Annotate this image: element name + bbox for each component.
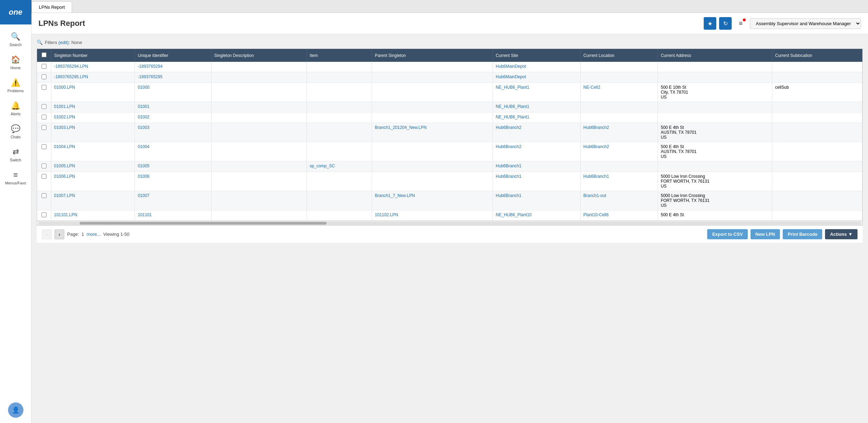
table-header-row: Singleton Number Unique Identifier Singl…	[37, 49, 862, 62]
current-sublocation-cell: cellSub	[772, 83, 862, 102]
unique-identifier-cell-link[interactable]: -1893765294	[138, 64, 163, 69]
current-location-cell-link[interactable]: Hub6Branch1	[583, 174, 609, 179]
select-all-checkbox[interactable]	[42, 52, 46, 57]
singleton-number-cell-link[interactable]: 01002.LPN	[54, 115, 75, 119]
sidebar-item-chats[interactable]: 💬 Chats	[0, 120, 31, 143]
singleton-number-cell-link[interactable]: 01000.LPN	[54, 85, 75, 90]
unique-identifier-cell: 01003	[135, 123, 211, 142]
sidebar-item-problems[interactable]: ⚠️ Problems	[0, 74, 31, 97]
unique-identifier-cell-link[interactable]: 01004	[138, 144, 149, 149]
avatar[interactable]: 👤	[8, 402, 23, 418]
unique-identifier-cell-link[interactable]: 01000	[138, 85, 149, 90]
current-location-cell: Branch1-out	[580, 191, 658, 210]
singleton-number-cell-link[interactable]: 01007.LPN	[54, 193, 75, 198]
singleton-number-cell: 01004.LPN	[51, 142, 135, 161]
row-checkbox[interactable]	[42, 125, 46, 130]
unique-identifier-cell-link[interactable]: 01002	[138, 115, 149, 119]
row-select-cell	[37, 191, 51, 210]
current-site-cell-link[interactable]: NE_HUB6_Plant1	[496, 115, 529, 119]
parent-singleton-cell	[372, 102, 493, 112]
current-site-cell-link[interactable]: Hub6Branch1	[496, 174, 521, 179]
table-row: 01003.LPN01003Branch1_201204_New.LPNHub6…	[37, 123, 862, 142]
singleton-description-cell	[211, 172, 307, 191]
singleton-number-cell-link[interactable]: 01003.LPN	[54, 125, 75, 130]
actions-button[interactable]: Actions ▼	[825, 229, 858, 239]
sidebar-item-menus[interactable]: ≡ Menus/Favs	[0, 166, 31, 189]
app-logo[interactable]: one	[0, 0, 31, 24]
unique-identifier-cell-link[interactable]: 01005	[138, 163, 149, 168]
current-site-cell-link[interactable]: Hub6Branch1	[496, 163, 521, 168]
sidebar-item-home[interactable]: 🏠 Home	[0, 51, 31, 74]
unique-identifier-cell-link[interactable]: 01007	[138, 193, 149, 198]
current-address-cell	[658, 161, 772, 172]
current-location-cell-link[interactable]: Hub6Branch2	[583, 125, 609, 130]
print-barcode-button[interactable]: Print Barcode	[783, 229, 822, 239]
singleton-number-cell-link[interactable]: 01006.LPN	[54, 174, 75, 179]
row-checkbox[interactable]	[42, 163, 46, 168]
sidebar-item-search[interactable]: 🔍 Search	[0, 28, 31, 51]
singleton-number-cell-link[interactable]: -1893765294.LPN	[54, 64, 88, 69]
role-selector[interactable]: Assembly Supervisor and Warehouse Manage…	[750, 18, 861, 29]
current-site-cell-link[interactable]: Hub6Branch1	[496, 193, 521, 198]
notifications-button[interactable]: ≡	[734, 17, 747, 30]
current-site-cell: NE_HUB6_Plant1	[493, 83, 581, 102]
current-location-cell-link[interactable]: Plant10-Cell6	[583, 212, 609, 217]
singleton-number-cell-link[interactable]: 01001.LPN	[54, 104, 75, 109]
tab-lpns-report[interactable]: LPNs Report	[31, 1, 72, 13]
col-unique-identifier: Unique Identifier	[135, 49, 211, 62]
row-checkbox[interactable]	[42, 104, 46, 109]
parent-singleton-cell-link[interactable]: Branch1_201204_New.LPN	[375, 125, 426, 130]
unique-identifier-cell-link[interactable]: 101101	[138, 212, 152, 217]
more-pages-link[interactable]: more...	[87, 232, 101, 237]
unique-identifier-cell-link[interactable]: 01006	[138, 174, 149, 179]
export-csv-button[interactable]: Export to CSV	[707, 229, 747, 239]
next-page-button[interactable]: ›	[55, 229, 64, 239]
current-site-cell-link[interactable]: Hub6MainDepot	[496, 74, 526, 79]
unique-identifier-cell-link[interactable]: -1893765295	[138, 74, 163, 79]
row-checkbox[interactable]	[42, 212, 46, 217]
current-location-cell-link[interactable]: NE-Cell2	[583, 85, 600, 90]
row-checkbox[interactable]	[42, 115, 46, 119]
singleton-number-cell-link[interactable]: -1893765295.LPN	[54, 74, 88, 79]
table-row: 01006.LPN01006Hub6Branch1Hub6Branch15000…	[37, 172, 862, 191]
row-checkbox[interactable]	[42, 64, 46, 69]
current-site-cell-link[interactable]: Hub6Branch2	[496, 144, 521, 149]
horizontal-scrollbar[interactable]	[37, 221, 862, 225]
current-site-cell-link[interactable]: Hub6MainDepot	[496, 64, 526, 69]
singleton-description-cell	[211, 83, 307, 102]
unique-identifier-cell-link[interactable]: 01003	[138, 125, 149, 130]
sidebar-item-alerts[interactable]: 🔔 Alerts	[0, 97, 31, 120]
favorite-button[interactable]: ★	[704, 17, 716, 30]
current-site-cell-link[interactable]: NE_HUB6_Plant10	[496, 212, 532, 217]
col-item: Item	[307, 49, 372, 62]
row-checkbox[interactable]	[42, 85, 46, 90]
row-checkbox[interactable]	[42, 174, 46, 179]
current-site-cell-link[interactable]: NE_HUB6_Plant1	[496, 85, 529, 90]
item-cell	[307, 112, 372, 123]
unique-identifier-cell-link[interactable]: 01001	[138, 104, 149, 109]
current-location-cell	[580, 112, 658, 123]
current-location-cell-link[interactable]: Branch1-out	[583, 193, 606, 198]
row-checkbox[interactable]	[42, 193, 46, 198]
singleton-number-cell: 01007.LPN	[51, 191, 135, 210]
current-site-cell: Hub6Branch2	[493, 123, 581, 142]
singleton-number-cell-link[interactable]: 101101.LPN	[54, 212, 78, 217]
prev-page-button[interactable]: ‹	[42, 229, 52, 239]
current-site-cell-link[interactable]: Hub6Branch2	[496, 125, 521, 130]
row-checkbox[interactable]	[42, 144, 46, 149]
row-checkbox[interactable]	[42, 74, 46, 79]
sidebar-item-switch[interactable]: ⇄ Switch	[0, 143, 31, 166]
new-lpn-button[interactable]: New LPN	[751, 229, 780, 239]
row-select-cell	[37, 172, 51, 191]
parent-singleton-cell-link[interactable]: 101102.LPN	[375, 212, 398, 217]
singleton-number-cell-link[interactable]: 01004.LPN	[54, 144, 75, 149]
col-select[interactable]	[37, 49, 51, 62]
current-site-cell-link[interactable]: NE_HUB6_Plant1	[496, 104, 529, 109]
singleton-number-cell-link[interactable]: 01005.LPN	[54, 163, 75, 168]
current-location-cell-link[interactable]: Hub6Branch2	[583, 144, 609, 149]
item-cell	[307, 72, 372, 83]
parent-singleton-cell-link[interactable]: Branch1_7_New.LPN	[375, 193, 415, 198]
filter-edit-link[interactable]: (edit):	[58, 40, 70, 45]
item-cell-link[interactable]: sp_comp_SC	[310, 163, 335, 168]
refresh-button[interactable]: ↻	[719, 17, 732, 30]
